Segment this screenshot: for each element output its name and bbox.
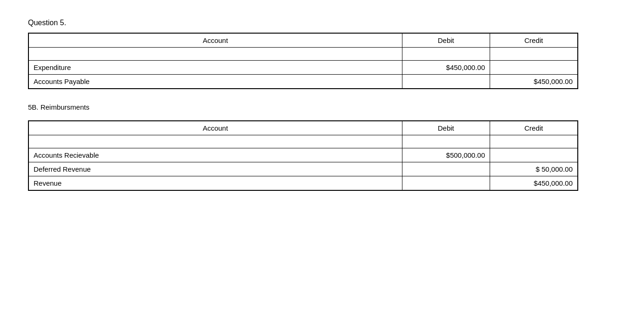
table2-row0-account <box>28 135 402 148</box>
table1-row1-credit <box>490 61 578 75</box>
table1: Account Debit Credit Expenditure $450,00… <box>28 33 578 89</box>
section-subtitle: 5B. Reimbursments <box>28 103 616 111</box>
question-title: Question 5. <box>28 19 616 27</box>
table2-row3-debit <box>402 176 490 191</box>
table2-row2-account: Deferred Revenue <box>28 162 402 176</box>
table2-row0-credit <box>490 135 578 148</box>
table-row <box>28 48 578 61</box>
table-row: Accounts Payable $450,000.00 <box>28 75 578 89</box>
table1-row2-debit <box>402 75 490 89</box>
table1-row2-account: Accounts Payable <box>28 75 402 89</box>
table1-row2-credit: $450,000.00 <box>490 75 578 89</box>
table2-row3-credit: $450,000.00 <box>490 176 578 191</box>
table2-row2-debit <box>402 162 490 176</box>
table2-row2-credit: $ 50,000.00 <box>490 162 578 176</box>
table2-row3-account: Revenue <box>28 176 402 191</box>
table2-row1-account: Accounts Recievable <box>28 148 402 162</box>
table2-row1-credit <box>490 148 578 162</box>
table-row: Expenditure $450,000.00 <box>28 61 578 75</box>
table1-header-debit: Debit <box>402 33 490 48</box>
table-row <box>28 135 578 148</box>
table1-row0-credit <box>490 48 578 61</box>
table2: Account Debit Credit Accounts Recievable… <box>28 120 578 191</box>
table-row: Revenue $450,000.00 <box>28 176 578 191</box>
table1-row1-account: Expenditure <box>28 61 402 75</box>
table2-header-debit: Debit <box>402 121 490 135</box>
table1-header-account: Account <box>28 33 402 48</box>
table1-row0-account <box>28 48 402 61</box>
table1-row0-debit <box>402 48 490 61</box>
table2-header-credit: Credit <box>490 121 578 135</box>
table1-header-credit: Credit <box>490 33 578 48</box>
table2-header-account: Account <box>28 121 402 135</box>
table2-row1-debit: $500,000.00 <box>402 148 490 162</box>
table2-row0-debit <box>402 135 490 148</box>
table-row: Accounts Recievable $500,000.00 <box>28 148 578 162</box>
table-row: Deferred Revenue $ 50,000.00 <box>28 162 578 176</box>
question-section: Question 5. Account Debit Credit Expendi… <box>28 19 616 191</box>
table1-row1-debit: $450,000.00 <box>402 61 490 75</box>
